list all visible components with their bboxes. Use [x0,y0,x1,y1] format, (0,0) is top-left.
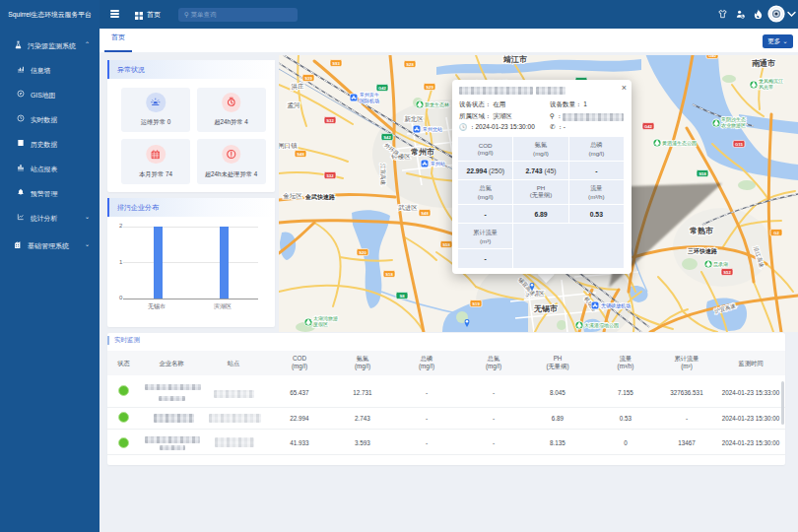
svg-text:G2: G2 [773,231,779,235]
svg-text:金坛区: 金坛区 [283,192,302,199]
svg-text:武进区: 武进区 [397,204,418,212]
svg-text:黄泗浦生态公园: 黄泗浦生态公园 [662,140,697,147]
svg-text:江宜高速: 江宜高速 [379,164,386,186]
svg-text:S48: S48 [421,211,429,216]
svg-text:常熟市: 常熟市 [690,226,713,235]
svg-text:S18: S18 [385,272,393,277]
svg-text:S8: S8 [399,294,405,299]
svg-text:S93: S93 [332,61,340,66]
svg-text:靖江市: 靖江市 [502,55,527,64]
svg-text:无锡市: 无锡市 [533,303,558,313]
svg-text:G40: G40 [708,55,717,58]
svg-text:新龙生态林: 新龙生态林 [425,101,449,107]
svg-text:G42: G42 [378,86,387,91]
svg-text:S58: S58 [442,242,450,247]
svg-text:大溪港湿地公园: 大溪港湿地公园 [584,322,619,329]
svg-text:S58: S58 [698,171,706,176]
svg-text:孟河: 孟河 [288,101,301,109]
svg-text:S32: S32 [326,118,334,123]
svg-text:国际机场: 国际机场 [360,98,379,104]
svg-text:S52: S52 [723,270,731,275]
svg-text:常州北站: 常州北站 [423,126,442,133]
svg-text:三环快速路: 三环快速路 [688,247,718,255]
svg-text:度假区: 度假区 [313,321,328,328]
svg-text:常州市: 常州市 [411,147,434,157]
svg-text:金武快速路: 金武快速路 [304,193,336,201]
svg-text:S42: S42 [383,135,391,140]
svg-text:S48: S48 [297,152,304,157]
svg-text:南通市: 南通市 [752,58,775,68]
svg-text:新北区: 新北区 [404,115,424,123]
svg-text:532: 532 [327,173,335,178]
svg-text:S19: S19 [472,301,480,306]
svg-text:G42: G42 [644,124,653,129]
svg-text:S28: S28 [406,62,414,67]
svg-text:S39: S39 [304,76,312,81]
svg-text:闸口镇: 闸口镇 [279,142,298,150]
svg-text:S29: S29 [426,85,433,90]
svg-text:常州站: 常州站 [431,161,445,166]
svg-text:无锡硕放机场: 无锡硕放机场 [601,302,631,309]
svg-text:农业旅游区: 农业旅游区 [721,122,746,129]
svg-text:G15: G15 [735,142,744,147]
svg-text:风光带: 风光带 [759,84,773,91]
svg-text:S20: S20 [359,250,366,255]
svg-text:洪庄: 洪庄 [292,83,305,91]
svg-text:昆承湖: 昆承湖 [713,261,728,268]
